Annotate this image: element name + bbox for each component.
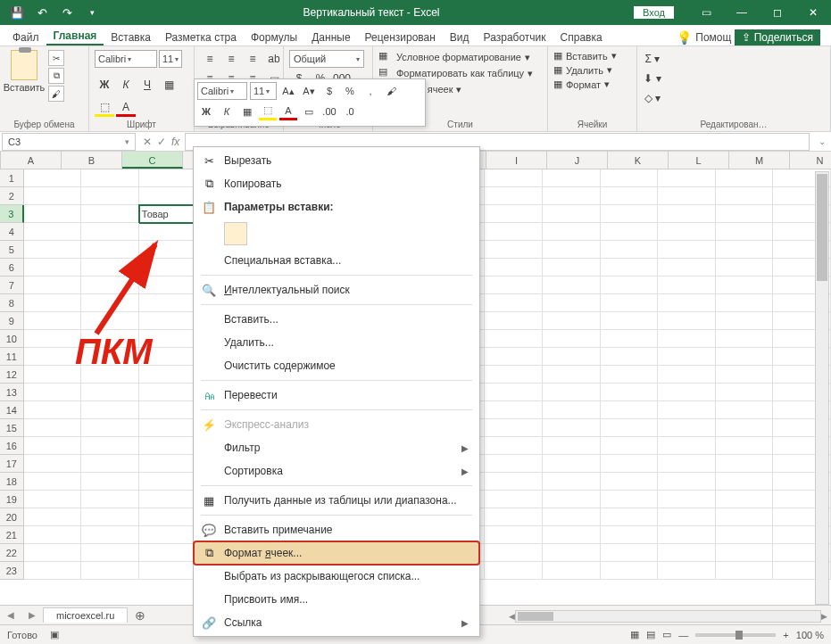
cell-J4[interactable] bbox=[543, 223, 601, 241]
cell-J6[interactable] bbox=[543, 259, 601, 277]
mini-merge-icon[interactable]: ▭ bbox=[300, 103, 318, 120]
cell-J15[interactable] bbox=[543, 419, 601, 437]
cell-A18[interactable] bbox=[24, 473, 82, 491]
row-header-9[interactable]: 9 bbox=[0, 312, 24, 330]
cell-K7[interactable] bbox=[601, 277, 659, 294]
cell-L5[interactable] bbox=[658, 241, 716, 259]
cell-A3[interactable] bbox=[24, 205, 82, 223]
cell-A16[interactable] bbox=[24, 437, 82, 455]
cell-I13[interactable] bbox=[485, 384, 543, 401]
col-header-A[interactable]: A bbox=[1, 152, 62, 169]
insert-cells-button[interactable]: ▦ Вставить ▾ bbox=[553, 50, 617, 62]
cell-M11[interactable] bbox=[716, 348, 774, 366]
tab-developer[interactable]: Разработчик bbox=[477, 29, 553, 45]
cell-C7[interactable] bbox=[139, 277, 197, 294]
cell-B21[interactable] bbox=[81, 526, 139, 544]
cell-B6[interactable] bbox=[81, 259, 139, 277]
cell-J10[interactable] bbox=[543, 330, 601, 348]
col-header-C[interactable]: C bbox=[122, 152, 183, 169]
cell-C15[interactable] bbox=[139, 419, 197, 437]
ctx-sort[interactable]: Сортировка▶ bbox=[194, 459, 479, 483]
tab-view[interactable]: Вид bbox=[443, 29, 477, 45]
ctx-clear[interactable]: Очистить содержимое bbox=[194, 354, 479, 377]
cell-B16[interactable] bbox=[81, 437, 139, 455]
col-header-B[interactable]: B bbox=[62, 152, 122, 169]
zoom-in-icon[interactable]: + bbox=[783, 630, 788, 640]
row-header-12[interactable]: 12 bbox=[0, 366, 24, 384]
col-header-J[interactable]: J bbox=[547, 152, 608, 169]
cell-C19[interactable] bbox=[139, 491, 197, 508]
mini-grow-font-icon[interactable]: A▴ bbox=[279, 82, 297, 100]
cell-L1[interactable] bbox=[658, 169, 716, 187]
tab-layout[interactable]: Разметка стра bbox=[158, 29, 244, 45]
col-header-M[interactable]: M bbox=[729, 152, 790, 169]
cell-L16[interactable] bbox=[658, 437, 716, 455]
cell-A14[interactable] bbox=[24, 401, 82, 419]
cell-M14[interactable] bbox=[716, 401, 774, 419]
cell-M19[interactable] bbox=[716, 491, 774, 508]
cell-I23[interactable] bbox=[485, 562, 543, 580]
ctx-link[interactable]: 🔗Ссылка▶ bbox=[194, 611, 479, 634]
cell-M4[interactable] bbox=[716, 223, 774, 241]
cell-J22[interactable] bbox=[543, 544, 601, 562]
cell-B14[interactable] bbox=[81, 401, 139, 419]
macro-record-icon[interactable]: ▣ bbox=[50, 629, 59, 640]
cut-icon[interactable]: ✂ bbox=[48, 50, 64, 66]
cell-B2[interactable] bbox=[81, 187, 139, 205]
cell-A13[interactable] bbox=[24, 384, 82, 401]
cell-L4[interactable] bbox=[658, 223, 716, 241]
cell-L22[interactable] bbox=[658, 544, 716, 562]
ctx-delete[interactable]: Удалить... bbox=[194, 331, 479, 354]
row-header-15[interactable]: 15 bbox=[0, 419, 24, 437]
cell-L17[interactable] bbox=[658, 455, 716, 473]
cell-M10[interactable] bbox=[716, 330, 774, 348]
cell-J12[interactable] bbox=[543, 366, 601, 384]
add-sheet-icon[interactable]: ⊕ bbox=[128, 608, 153, 623]
cell-I3[interactable] bbox=[485, 205, 543, 223]
cell-B22[interactable] bbox=[81, 544, 139, 562]
cell-C17[interactable] bbox=[139, 455, 197, 473]
cell-J5[interactable] bbox=[543, 241, 601, 259]
vertical-scrollbar[interactable] bbox=[815, 171, 829, 605]
redo-icon[interactable]: ↷ bbox=[57, 3, 77, 22]
cell-L10[interactable] bbox=[658, 330, 716, 348]
row-header-7[interactable]: 7 bbox=[0, 277, 24, 294]
row-header-16[interactable]: 16 bbox=[0, 437, 24, 455]
cell-I6[interactable] bbox=[485, 259, 543, 277]
row-header-20[interactable]: 20 bbox=[0, 508, 24, 526]
cell-I14[interactable] bbox=[485, 401, 543, 419]
cell-M2[interactable] bbox=[716, 187, 774, 205]
cell-K21[interactable] bbox=[601, 526, 659, 544]
cell-B23[interactable] bbox=[81, 562, 139, 580]
cell-L9[interactable] bbox=[658, 312, 716, 330]
cell-A2[interactable] bbox=[24, 187, 82, 205]
minimize-icon[interactable]: — bbox=[724, 0, 760, 25]
cell-C22[interactable] bbox=[139, 544, 197, 562]
cell-M9[interactable] bbox=[716, 312, 774, 330]
cell-M20[interactable] bbox=[716, 508, 774, 526]
col-header-N[interactable]: N bbox=[790, 152, 831, 169]
cell-C14[interactable] bbox=[139, 401, 197, 419]
undo-icon[interactable]: ↶ bbox=[32, 3, 52, 22]
cell-L3[interactable] bbox=[658, 205, 716, 223]
cell-C11[interactable] bbox=[139, 348, 197, 366]
cell-I16[interactable] bbox=[485, 437, 543, 455]
row-header-22[interactable]: 22 bbox=[0, 544, 24, 562]
cell-J18[interactable] bbox=[543, 473, 601, 491]
ctx-insert-comment[interactable]: 💬Вставить примечание bbox=[194, 518, 479, 541]
cell-B5[interactable] bbox=[81, 241, 139, 259]
row-header-10[interactable]: 10 bbox=[0, 330, 24, 348]
cell-M17[interactable] bbox=[716, 455, 774, 473]
cell-I18[interactable] bbox=[485, 473, 543, 491]
mini-percent-icon[interactable]: % bbox=[341, 82, 359, 100]
fx-icon[interactable]: fx bbox=[171, 136, 179, 148]
cell-A17[interactable] bbox=[24, 455, 82, 473]
mini-comma-icon[interactable]: , bbox=[361, 82, 379, 100]
cell-A15[interactable] bbox=[24, 419, 82, 437]
cell-I19[interactable] bbox=[485, 491, 543, 508]
underline-button[interactable]: Ч bbox=[137, 76, 157, 94]
cell-K23[interactable] bbox=[601, 562, 659, 580]
cell-J7[interactable] bbox=[543, 277, 601, 294]
zoom-level[interactable]: 100 % bbox=[796, 630, 824, 640]
cell-C8[interactable] bbox=[139, 294, 197, 312]
